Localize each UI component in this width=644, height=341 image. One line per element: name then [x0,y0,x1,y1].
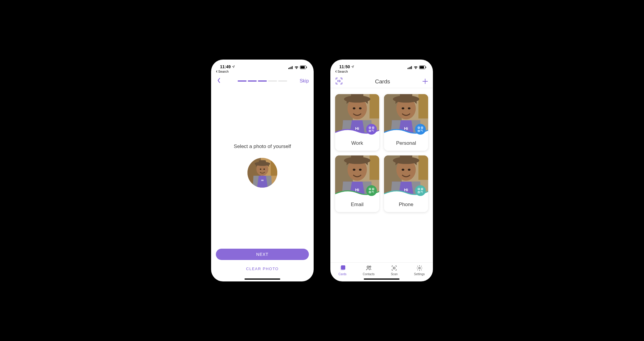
contacts-icon [366,265,372,272]
nav-bar: Hi Cards [330,75,433,88]
svg-rect-1 [290,67,290,69]
svg-point-32 [359,107,362,109]
svg-rect-112 [422,191,423,192]
card-work[interactable]: Hi Work [335,94,379,151]
tab-cards[interactable]: Cards [338,265,346,276]
scan-icon [391,265,397,272]
battery-icon [300,66,307,69]
svg-rect-106 [419,192,419,193]
svg-rect-65 [421,131,421,131]
svg-rect-27 [369,94,379,119]
svg-rect-109 [421,192,421,193]
svg-point-118 [419,267,420,269]
svg-rect-67 [421,130,422,131]
card-photo: Hi [384,155,428,197]
svg-point-115 [367,266,369,268]
svg-rect-74 [351,155,363,161]
home-indicator[interactable] [364,278,400,280]
svg-rect-114 [341,266,345,270]
next-button[interactable]: NEXT [216,249,309,260]
progress-seg [268,80,277,82]
svg-rect-42 [373,130,374,130]
svg-rect-2 [291,67,292,69]
card-photo: Hi [384,94,428,136]
svg-rect-71 [369,155,379,180]
svg-point-54 [408,107,411,109]
cards-icon [339,265,346,272]
clear-photo-button[interactable]: CLEAR PHOTO [216,264,309,273]
svg-point-98 [408,169,411,171]
home-indicator[interactable] [244,278,280,280]
svg-rect-85 [372,191,372,191]
svg-rect-104 [419,189,419,189]
svg-rect-96 [400,155,412,161]
chevron-left-icon [217,78,221,83]
skip-button[interactable]: Skip [300,78,309,84]
svg-rect-19 [410,67,411,69]
svg-rect-93 [418,155,428,180]
svg-rect-107 [421,191,421,191]
avatar-photo[interactable]: Hi [247,158,277,188]
tab-label: Scan [391,273,398,276]
svg-rect-86 [373,191,374,191]
app-logo[interactable]: Hi [335,77,343,86]
qr-badge[interactable] [366,124,377,135]
phone-screen-cards: 11:50 Search Hi Cards [330,60,433,281]
add-card-button[interactable] [422,78,428,85]
svg-rect-38 [370,127,370,128]
tab-label: Settings [414,273,425,276]
svg-point-97 [402,169,404,171]
svg-rect-20 [411,66,412,69]
tab-settings[interactable]: Settings [414,265,425,276]
status-bar: 11:49 [211,60,314,69]
logo-icon: Hi [335,77,343,85]
svg-rect-90 [373,191,374,192]
svg-rect-22 [420,66,424,68]
progress-seg [238,80,247,82]
svg-point-75 [353,169,355,171]
svg-rect-84 [370,192,370,193]
cards-grid[interactable]: Hi Work Hi [330,88,433,262]
svg-rect-18 [409,67,410,69]
tab-contacts[interactable]: Contacts [363,265,374,276]
svg-rect-111 [421,191,422,192]
svg-rect-64 [422,130,422,130]
svg-rect-110 [422,192,423,193]
signal-icon [408,66,412,69]
avatar-image: Hi [247,158,277,188]
svg-rect-12 [259,160,266,164]
qr-badge[interactable] [415,185,426,196]
svg-rect-5 [301,66,305,68]
tab-scan[interactable]: Scan [391,265,398,276]
svg-point-15 [264,169,265,170]
breadcrumb-back[interactable]: Search [330,69,433,75]
breadcrumb-chevron-icon [335,70,337,73]
svg-text:Hi: Hi [261,179,264,182]
card-label: Work [335,136,379,151]
tab-label: Contacts [363,273,374,276]
card-personal[interactable]: Hi Personal [384,94,428,151]
svg-rect-66 [422,131,423,132]
svg-point-31 [353,107,355,109]
svg-rect-60 [419,127,419,128]
page-title: Cards [375,78,390,85]
svg-rect-88 [373,192,374,193]
settings-icon [416,265,423,272]
svg-rect-39 [373,127,374,128]
qr-badge[interactable] [415,124,426,135]
svg-rect-52 [400,94,412,100]
back-button[interactable] [216,77,222,85]
svg-rect-40 [370,131,370,131]
card-phone[interactable]: Hi Phone [384,155,428,212]
svg-rect-68 [422,130,423,131]
qr-badge[interactable] [366,185,377,196]
svg-rect-41 [372,130,372,130]
card-email[interactable]: Hi Email [335,155,379,212]
phone-screen-onboarding: 11:49 Search Skip Select a photo of your… [211,60,314,281]
breadcrumb-label: Search [218,70,229,73]
svg-rect-9 [271,161,277,176]
tab-label: Cards [338,273,346,276]
breadcrumb-back[interactable]: Search [211,69,314,75]
progress-seg [278,80,287,82]
svg-rect-0 [288,68,289,69]
